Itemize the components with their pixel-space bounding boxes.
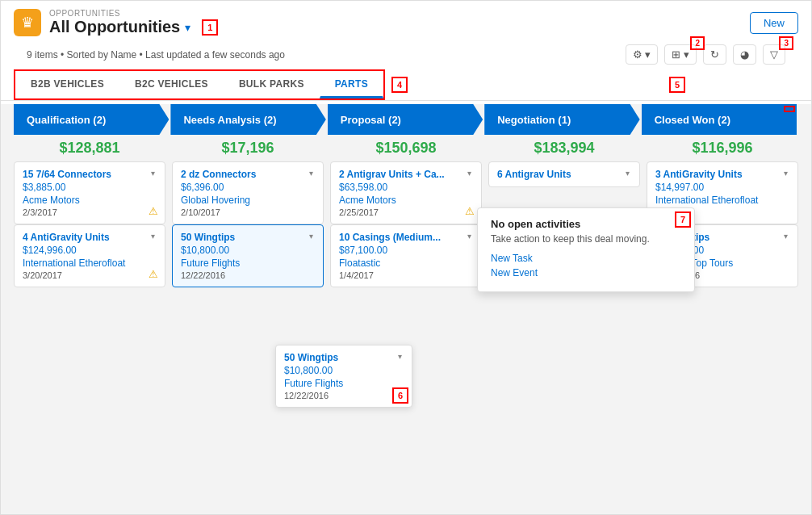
card-price-wingtips-50-na: $10,800.00 bbox=[181, 245, 315, 256]
card-warn-icon-connectors-15: ⚠ bbox=[149, 205, 158, 217]
stage-name-proposal: Proposal (2) bbox=[341, 114, 401, 126]
ref-5: 5 bbox=[669, 77, 685, 93]
ref-7: 7 bbox=[675, 211, 691, 228]
header-title-block: OPPORTUNITIES All Opportunities ▾ 1 bbox=[49, 9, 218, 36]
card-date-antigrav-2: 2/25/2017 bbox=[339, 207, 473, 217]
card-company-wingtips-50-na[interactable]: Future Flights bbox=[181, 258, 315, 269]
col-closed-won: $116,996 3 AntiGravity Units ▾ $14,997.0… bbox=[647, 135, 798, 508]
card-dropdown-wingtips-50-na[interactable]: ▾ bbox=[308, 232, 315, 241]
new-task-link[interactable]: New Task bbox=[491, 253, 681, 264]
card-company-connectors-15[interactable]: Acme Motors bbox=[23, 195, 157, 206]
card-price-antigrav-2: $63,598.00 bbox=[339, 182, 473, 193]
card-dropdown-casings-10[interactable]: ▾ bbox=[466, 232, 473, 241]
stage-name-negotiation: Negotiation (1) bbox=[497, 114, 571, 126]
opportunities-label: OPPORTUNITIES bbox=[49, 9, 218, 18]
refresh-button[interactable]: ↻ bbox=[703, 44, 726, 65]
card-price-connectors-2dz: $6,396.00 bbox=[181, 182, 315, 193]
card-wingtips-50-na: 50 Wingtips ▾ $10,800.00 Future Flights … bbox=[172, 224, 324, 287]
card-price-antigravity-4: $124,996.00 bbox=[23, 245, 157, 256]
stage-header-closed-won: Closed Won (2) bbox=[642, 104, 797, 135]
app-container: ♛ OPPORTUNITIES All Opportunities ▾ 1 Ne… bbox=[0, 0, 812, 515]
card-antigrav-2: 2 Antigrav Units + Ca... ▾ $63,598.00 Ac… bbox=[330, 161, 482, 224]
card-title-antigrav-6: 6 Antigrav Units ▾ bbox=[497, 169, 631, 180]
tooltip-subtitle: Take action to keep this deal moving. bbox=[491, 233, 681, 245]
card-title-antigravity-3: 3 AntiGravity Units ▾ bbox=[655, 169, 789, 180]
card-dropdown-antigrav-6[interactable]: ▾ bbox=[624, 169, 631, 178]
card-title-antigravity-4: 4 AntiGravity Units ▾ bbox=[23, 232, 157, 243]
floating-card-date: 12/22/2016 bbox=[284, 391, 404, 400]
stage-header-needs-analysis: Needs Analysis (2) bbox=[170, 104, 325, 135]
card-dropdown-connectors-15[interactable]: ▾ bbox=[149, 169, 157, 178]
card-title-wingtips-50-na: 50 Wingtips ▾ bbox=[181, 232, 315, 243]
card-price-antigravity-3: $14,997.00 bbox=[655, 182, 789, 193]
header: ♛ OPPORTUNITIES All Opportunities ▾ 1 Ne… bbox=[1, 1, 811, 101]
new-button[interactable]: New bbox=[750, 12, 798, 34]
card-antigravity-4: 4 AntiGravity Units ▾ $124,996.00 Intern… bbox=[14, 224, 165, 287]
stage-header-qualification: Qualification (2) bbox=[14, 104, 169, 135]
status-text: 9 items • Sorted by Name • Last updated … bbox=[27, 49, 285, 61]
kanban-stage-headers: Qualification (2) Needs Analysis (2) Pro… bbox=[1, 104, 811, 135]
stage-header-proposal: Proposal (2) bbox=[328, 104, 483, 135]
card-date-connectors-15: 2/3/2017 bbox=[23, 207, 157, 217]
card-dropdown-antigravity-3[interactable]: ▾ bbox=[782, 169, 789, 178]
stage-name-closed-won: Closed Won (2) bbox=[655, 114, 730, 126]
title-dropdown-arrow[interactable]: ▾ bbox=[185, 21, 190, 34]
chart-button[interactable]: ◕ bbox=[733, 44, 756, 65]
tabs-container: B2B VEHICLES B2C VEHICLES BULK PARKS PAR… bbox=[14, 69, 385, 100]
card-company-antigravity-3[interactable]: International Etherofloat bbox=[655, 195, 789, 206]
floating-card-title[interactable]: 50 Wingtips bbox=[284, 352, 338, 363]
col-total-proposal: $150,698 bbox=[330, 135, 482, 161]
floating-card-company[interactable]: Future Flights bbox=[284, 378, 404, 389]
new-event-link[interactable]: New Event bbox=[491, 267, 681, 278]
activity-tooltip: No open activities Take action to keep t… bbox=[477, 207, 695, 292]
floating-card-wingtips: 50 Wingtips ▾ $10,800.00 Future Flights … bbox=[275, 345, 412, 408]
card-date-antigravity-4: 3/20/2017 bbox=[23, 270, 157, 280]
card-company-connectors-2dz[interactable]: Global Hovering bbox=[181, 195, 315, 206]
stage-name-needs-analysis: Needs Analysis (2) bbox=[183, 114, 276, 126]
card-title-antigrav-2: 2 Antigrav Units + Ca... ▾ bbox=[339, 169, 473, 180]
card-company-casings-10[interactable]: Floatastic bbox=[339, 258, 473, 269]
opp-title-row: All Opportunities ▾ 1 bbox=[49, 18, 218, 36]
header-left: ♛ OPPORTUNITIES All Opportunities ▾ 1 bbox=[14, 9, 218, 36]
col-total-qualification: $128,881 bbox=[14, 135, 165, 161]
card-connectors-2dz: 2 dz Connectors ▾ $6,396.00 Global Hover… bbox=[172, 161, 324, 224]
col-total-negotiation: $183,994 bbox=[488, 135, 640, 161]
stage-name-qualification: Qualification (2) bbox=[27, 114, 106, 126]
ref-1: 1 bbox=[202, 19, 218, 36]
card-title-connectors-2dz: 2 dz Connectors ▾ bbox=[181, 169, 315, 180]
card-dropdown-antigrav-2[interactable]: ▾ bbox=[466, 169, 473, 178]
col-needs-analysis: $17,196 2 dz Connectors ▾ $6,396.00 Glob… bbox=[172, 135, 324, 508]
card-title-connectors-15: 15 7/64 Connectors ▾ bbox=[23, 169, 157, 180]
card-company-antigrav-2[interactable]: Acme Motors bbox=[339, 195, 473, 206]
col-total-closed-won: $116,996 bbox=[647, 135, 798, 161]
card-company-antigravity-4[interactable]: International Etherofloat bbox=[23, 258, 157, 269]
tab-b2c-vehicles[interactable]: B2C VEHICLES bbox=[119, 71, 224, 98]
col-total-needs-analysis: $17,196 bbox=[172, 135, 324, 161]
ref-2: 2 bbox=[690, 36, 705, 50]
ref-6: 6 bbox=[392, 387, 408, 404]
tab-parts[interactable]: PARTS bbox=[320, 71, 383, 98]
card-antigrav-6: 6 Antigrav Units ▾ bbox=[488, 161, 640, 187]
settings-button[interactable]: ⚙ ▾ bbox=[626, 44, 659, 65]
toolbar-row: 9 items • Sorted by Name • Last updated … bbox=[14, 41, 798, 69]
tab-b2b-vehicles[interactable]: B2B VEHICLES bbox=[15, 71, 119, 98]
ref-3: 3 bbox=[779, 36, 793, 50]
card-date-casings-10: 1/4/2017 bbox=[339, 270, 473, 280]
col-negotiation: $183,994 6 Antigrav Units ▾ bbox=[488, 135, 640, 508]
page-title: All Opportunities bbox=[49, 18, 180, 36]
card-dropdown-wingtips-50-cw[interactable]: ▾ bbox=[782, 232, 789, 241]
card-price-connectors-15: $3,885.00 bbox=[23, 182, 157, 193]
kanban-body: $128,881 15 7/64 Connectors ▾ $3,885.00 … bbox=[1, 135, 811, 514]
card-warn-icon-antigrav-2: ⚠ bbox=[465, 205, 475, 217]
tooltip-title: No open activities bbox=[491, 218, 681, 230]
tab-bulk-parks[interactable]: BULK PARKS bbox=[224, 71, 320, 98]
card-price-casings-10: $87,100.00 bbox=[339, 245, 473, 256]
card-dropdown-connectors-2dz[interactable]: ▾ bbox=[308, 169, 315, 178]
card-casings-10: 10 Casings (Medium... ▾ $87,100.00 Float… bbox=[330, 224, 482, 287]
card-date-connectors-2dz: 2/10/2017 bbox=[181, 207, 315, 217]
header-top: ♛ OPPORTUNITIES All Opportunities ▾ 1 Ne… bbox=[14, 9, 798, 36]
crown-icon: ♛ bbox=[14, 9, 41, 36]
floating-card-dropdown[interactable]: ▾ bbox=[396, 352, 404, 361]
card-dropdown-antigravity-4[interactable]: ▾ bbox=[149, 232, 157, 241]
floating-card-price: $10,800.00 bbox=[284, 365, 404, 376]
